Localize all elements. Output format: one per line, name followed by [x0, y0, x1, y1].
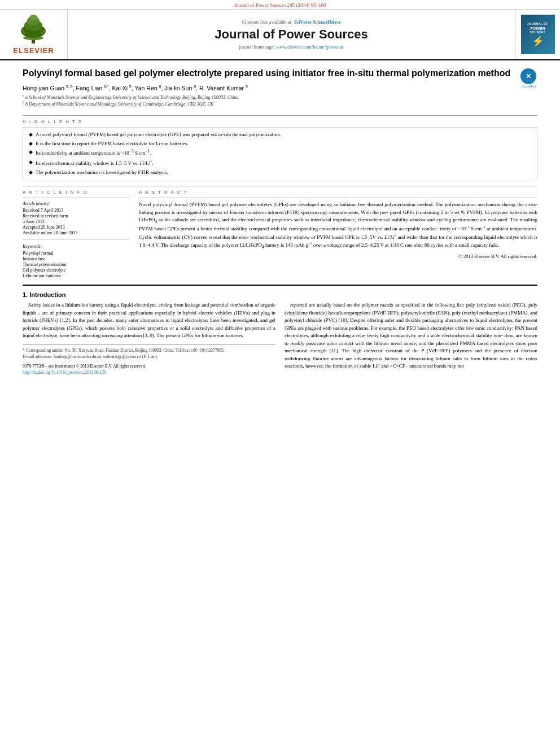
- highlight-text-5: The polymerization mechanism is investig…: [36, 169, 168, 176]
- crossmark-icon: ✕: [526, 72, 531, 80]
- highlights-label: H I G H L I G H T S: [23, 119, 537, 124]
- keywords-section: Keywords: Polyvinyl formal Initiator fre…: [23, 244, 130, 278]
- logo-line2: POWER: [530, 27, 545, 30]
- highlight-text-4: Its electrochemical stability window is …: [36, 159, 154, 167]
- abstract-col: A B S T R A C T Novel polyvinyl formal (…: [139, 190, 537, 279]
- lightning-icon: ⚡: [532, 35, 544, 47]
- intro-para-2: reported are usually based on the polyme…: [285, 302, 537, 370]
- homepage-url[interactable]: www.elsevier.com/locate/jpowsour: [276, 44, 343, 50]
- copyright-line: © 2013 Elsevier B.V. All rights reserved…: [139, 254, 537, 259]
- crossmark-badge: ✕: [520, 68, 536, 84]
- highlight-text-2: It is the first time to report the PVFM …: [36, 140, 188, 147]
- sup-a: a: [23, 94, 24, 97]
- highlight-text-3: Its conductivity at ambient temperature …: [36, 148, 151, 157]
- affil-sup-a2: a,*: [104, 84, 109, 88]
- logo-line1: JOURNAL OF: [527, 22, 548, 25]
- svg-point-5: [29, 15, 37, 20]
- highlight-item-5: ◆ The polymerization mechanism is invest…: [29, 169, 531, 176]
- header-area: ELSEVIER Contents lists available at Sci…: [0, 10, 560, 60]
- abstract-text: Novel polyvinyl formal (PVFM) based gel …: [139, 201, 537, 250]
- bullet-1: ◆: [29, 131, 33, 138]
- abstract-label: A B S T R A C T: [139, 190, 537, 195]
- footnote-email: E-mail addresses: lianfang@mater.ustb.ed…: [23, 353, 275, 360]
- keyword-3: Thermal polymerization: [23, 262, 130, 267]
- elsevier-logo: ELSEVIER: [13, 14, 54, 55]
- page: Journal of Power Sources 245 (2014) 95–1…: [0, 0, 560, 747]
- revised-date: 5 June 2013: [23, 219, 130, 224]
- crossmark-label: CrossMark: [520, 85, 537, 88]
- article-info-label: A R T I C L E I N F O: [23, 190, 130, 195]
- elsevier-brand-text: ELSEVIER: [13, 46, 54, 55]
- main-content: Polyvinyl formal based gel polymer elect…: [0, 60, 560, 383]
- keywords-label: Keywords:: [23, 244, 130, 249]
- sciverse-line: Contents lists available at SciVerse Sci…: [242, 19, 341, 25]
- bullet-5: ◆: [29, 169, 33, 176]
- revised-label: Received in revised form: [23, 213, 130, 219]
- crossmark-area: ✕ CrossMark: [520, 68, 537, 88]
- available-date: Available online 28 June 2013: [23, 230, 130, 235]
- elsevier-logo-area: ELSEVIER: [0, 10, 68, 59]
- journal-ref-text: Journal of Power Sources 245 (2014) 95–1…: [234, 2, 326, 8]
- article-history: Article history: Received 7 April 2013 R…: [23, 201, 130, 235]
- affil-sup-a4: a: [194, 84, 196, 88]
- homepage-label: journal homepage:: [239, 44, 277, 50]
- highlights-section: H I G H L I G H T S ◆ A novel polyvinyl …: [23, 119, 537, 181]
- footnote-area: * Corresponding author. No. 30, Xueyuan …: [23, 344, 275, 360]
- journal-logo-box: JOURNAL OF POWER SOURCES ⚡: [521, 15, 555, 54]
- keyword-2: Initiator free: [23, 256, 130, 261]
- affil-line-b: b b Department of Materials Science and …: [23, 101, 515, 107]
- intro-para-1: Safety issues in a lithium-ion battery u…: [23, 302, 275, 340]
- article-info-col: A R T I C L E I N F O Article history: R…: [23, 190, 130, 279]
- divider-3: [23, 285, 537, 286]
- history-label: Article history:: [23, 201, 130, 206]
- affil-b-text: b Department of Materials Science and Me…: [25, 101, 213, 106]
- intro-heading: 1. Introduction: [23, 291, 537, 298]
- journal-logo-area: JOURNAL OF POWER SOURCES ⚡: [515, 10, 560, 59]
- intro-col-right: reported are usually based on the polyme…: [285, 302, 537, 376]
- journal-main-title: Journal of Power Sources: [215, 27, 368, 42]
- footnote-corresponding: * Corresponding author. No. 30, Xueyuan …: [23, 347, 275, 353]
- affil-line-a: a a School of Materials Science and Engi…: [23, 94, 515, 100]
- title-row: Polyvinyl formal based gel polymer elect…: [23, 67, 537, 112]
- issn-line: 0378-7753/$ – see front matter © 2013 El…: [23, 363, 275, 369]
- affil-sup-b2: b: [246, 84, 248, 88]
- logo-line3: SOURCES: [530, 30, 545, 34]
- affil-a-text: a School of Materials Science and Engine…: [25, 95, 238, 100]
- affil-sup-a: a, b: [66, 84, 73, 88]
- elsevier-tree-icon: [14, 14, 53, 45]
- affil-sup-b: b: [129, 84, 132, 88]
- divider-keywords: [23, 239, 130, 239]
- highlight-item-3: ◆ Its conductivity at ambient temperatur…: [29, 148, 531, 157]
- intro-col-left: Safety issues in a lithium-ion battery u…: [23, 302, 275, 376]
- divider-abstract: [139, 198, 537, 198]
- article-info-abstract: A R T I C L E I N F O Article history: R…: [23, 190, 537, 279]
- journal-header-center: Contents lists available at SciVerse Sci…: [68, 10, 515, 59]
- divider-1: [23, 115, 537, 116]
- sciverse-prefix: Contents lists available at: [242, 19, 291, 25]
- keyword-4: Gel polymer electrolyte: [23, 268, 130, 273]
- divider-2: [23, 186, 537, 186]
- introduction-section: 1. Introduction Safety issues in a lithi…: [23, 291, 537, 376]
- bullet-2: ◆: [29, 140, 33, 147]
- sup-b: b: [23, 101, 24, 104]
- divider-info: [23, 198, 130, 198]
- journal-homepage: journal homepage: www.elsevier.com/locat…: [239, 44, 344, 50]
- intro-body-cols: Safety issues in a lithium-ion battery u…: [23, 302, 537, 376]
- sciverse-link[interactable]: SciVerse ScienceDirect: [294, 19, 340, 25]
- article-title: Polyvinyl formal based gel polymer elect…: [23, 67, 515, 80]
- highlight-item-1: ◆ A novel polyvinyl formal (PVFM) based …: [29, 131, 531, 138]
- journal-ref-bar: Journal of Power Sources 245 (2014) 95–1…: [0, 0, 560, 10]
- bullet-4: ◆: [29, 159, 33, 166]
- highlight-item-2: ◆ It is the first time to report the PVF…: [29, 140, 531, 147]
- affiliations: a a School of Materials Science and Engi…: [23, 94, 515, 106]
- highlights-box: ◆ A novel polyvinyl formal (PVFM) based …: [23, 127, 537, 181]
- bullet-3: ◆: [29, 148, 33, 156]
- authors-line: Hong-yan Guan a, b, Fang Lian a,*, Kai X…: [23, 84, 515, 91]
- accepted-date: Accepted 20 June 2013: [23, 225, 130, 230]
- title-and-authors: Polyvinyl formal based gel polymer elect…: [23, 67, 515, 112]
- received-date: Received 7 April 2013: [23, 208, 130, 213]
- affil-sup-a3: a: [159, 84, 161, 88]
- highlight-item-4: ◆ Its electrochemical stability window i…: [29, 159, 531, 167]
- issn-bar: 0378-7753/$ – see front matter © 2013 El…: [23, 363, 275, 376]
- doi-link[interactable]: http://dx.doi.org/10.1016/j.jpowsour.201…: [23, 369, 275, 375]
